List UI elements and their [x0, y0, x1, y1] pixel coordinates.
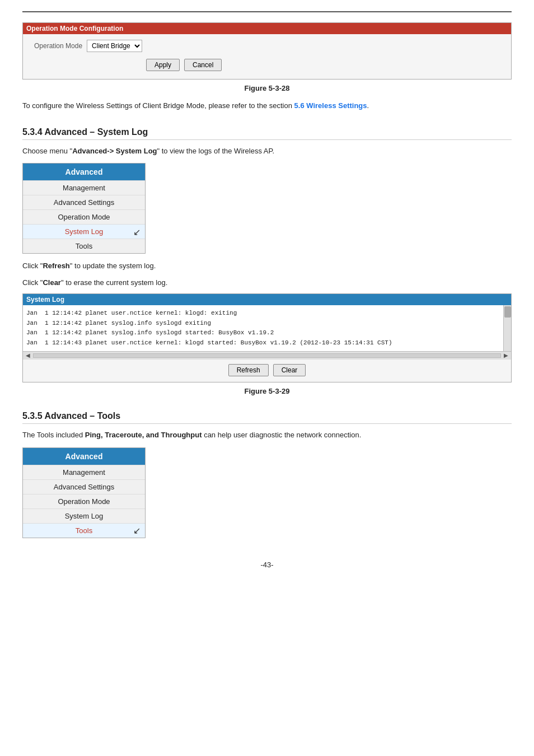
advanced-menu-1: Advanced Management Advanced Settings Op… — [22, 163, 146, 254]
section-535-heading: 5.3.5 Advanced – Tools — [22, 411, 512, 424]
operation-mode-row: Operation Mode Client Bridge AP Repeater — [34, 40, 500, 52]
vertical-scrollbar[interactable] — [503, 305, 511, 351]
menu2-tools[interactable]: Tools ↙ — [23, 523, 145, 538]
top-border — [22, 11, 512, 12]
scroll-right-icon[interactable]: ▶ — [502, 352, 510, 358]
refresh-button[interactable]: Refresh — [228, 364, 269, 376]
operation-mode-select[interactable]: Client Bridge AP Repeater — [87, 40, 142, 52]
menu1-management[interactable]: Management — [23, 180, 145, 195]
menu2-management[interactable]: Management — [23, 465, 145, 479]
menu1-system-log[interactable]: System Log ↙ — [23, 224, 145, 239]
menu2-cursor-tools: ↙ — [133, 525, 140, 536]
menu1-cursor-system-log: ↙ — [133, 226, 140, 237]
menu2-operation-mode[interactable]: Operation Mode — [23, 494, 145, 508]
cancel-button[interactable]: Cancel — [184, 59, 222, 71]
h-scrollbar-track — [33, 353, 501, 358]
advanced-menu-1-header: Advanced — [23, 164, 145, 180]
body-text-1: To configure the Wireless Settings of Cl… — [22, 100, 512, 111]
system-log-text: Jan 1 12:14:42 planet user.nctice kernel… — [26, 309, 508, 348]
figure-5-3-28-caption: Figure 5-3-28 — [22, 84, 512, 92]
clear-button[interactable]: Clear — [273, 364, 306, 376]
menu2-advanced-settings[interactable]: Advanced Settings — [23, 479, 145, 494]
menu2-system-log[interactable]: System Log — [23, 508, 145, 523]
system-log-panel: System Log Jan 1 12:14:42 planet user.nc… — [22, 293, 512, 382]
menu1-operation-mode[interactable]: Operation Mode — [23, 209, 145, 224]
system-log-buttons: Refresh Clear — [23, 359, 511, 382]
config-panel-body: Operation Mode Client Bridge AP Repeater… — [23, 34, 511, 79]
advanced-menu-2: Advanced Management Advanced Settings Op… — [22, 447, 146, 538]
click-clear-text: Click "Clear" to erase the current syste… — [22, 277, 512, 288]
config-panel-title: Operation Mode Configuration — [23, 23, 511, 34]
menu1-advanced-settings[interactable]: Advanced Settings — [23, 195, 145, 209]
system-log-title: System Log — [23, 294, 511, 305]
section-534-heading: 5.3.4 Advanced – System Log — [22, 127, 512, 140]
section-534-intro: Choose menu "Advanced-> System Log" to v… — [22, 146, 512, 157]
page-number: -43- — [22, 561, 512, 569]
scrollbar-thumb — [504, 306, 511, 318]
system-log-body: Jan 1 12:14:42 planet user.nctice kernel… — [23, 305, 511, 351]
figure-5-3-29-caption: Figure 5-3-29 — [22, 387, 512, 395]
click-refresh-text: Click "Refresh" to update the system log… — [22, 260, 512, 272]
config-buttons: Apply Cancel — [146, 59, 500, 71]
wireless-settings-link[interactable]: 5.6 Wireless Settings — [294, 101, 367, 110]
advanced-menu-2-header: Advanced — [23, 448, 145, 465]
horizontal-scrollbar[interactable]: ◀ ▶ — [23, 351, 511, 359]
operation-mode-label: Operation Mode — [34, 42, 82, 50]
menu1-tools[interactable]: Tools — [23, 239, 145, 253]
scroll-left-icon[interactable]: ◀ — [24, 352, 32, 358]
apply-button[interactable]: Apply — [146, 59, 180, 71]
operation-mode-config-panel: Operation Mode Configuration Operation M… — [22, 22, 512, 80]
section-535-intro: The Tools included Ping, Traceroute, and… — [22, 430, 512, 441]
